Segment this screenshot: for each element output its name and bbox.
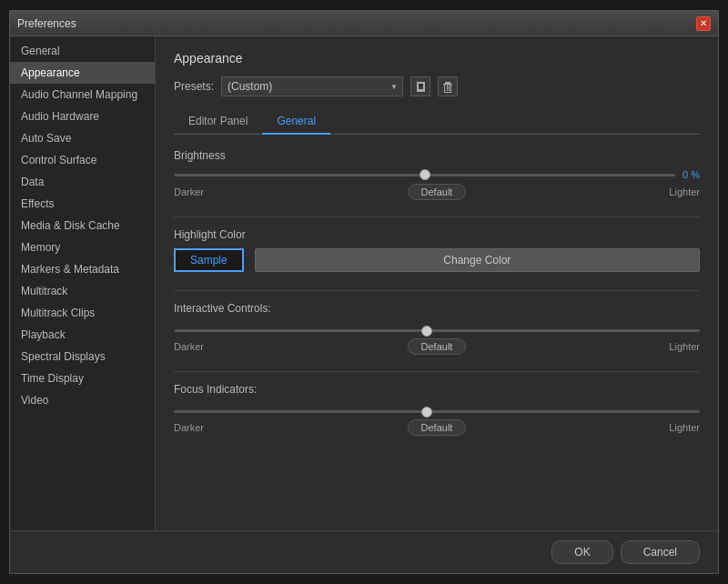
close-button[interactable]: ✕ — [696, 16, 711, 31]
presets-label: Presets: — [174, 80, 214, 93]
interactive-lighter-label: Lighter — [663, 341, 700, 352]
svg-rect-10 — [447, 85, 448, 91]
tab-general[interactable]: General — [262, 109, 330, 135]
focus-indicators-default-button[interactable]: Default — [408, 419, 467, 436]
svg-rect-11 — [449, 85, 450, 91]
sidebar-item-multitrack[interactable]: Multitrack — [10, 280, 155, 302]
sidebar-item-spectral-displays[interactable]: Spectral Displays — [10, 346, 155, 368]
focus-darker-label: Darker — [174, 422, 210, 433]
interactive-darker-label: Darker — [174, 341, 210, 352]
sidebar-item-effects[interactable]: Effects — [10, 193, 155, 215]
presets-select-wrapper: (Custom) — [221, 76, 403, 96]
brightness-slider-labels: Darker Default Lighter — [174, 184, 700, 200]
focus-indicators-slider[interactable] — [174, 410, 700, 413]
sidebar-item-time-display[interactable]: Time Display — [10, 368, 155, 389]
brightness-default-button[interactable]: Default — [408, 184, 467, 200]
svg-rect-8 — [450, 85, 451, 92]
svg-rect-1 — [417, 82, 419, 89]
svg-rect-9 — [444, 92, 451, 93]
svg-rect-7 — [444, 85, 445, 92]
presets-select[interactable]: (Custom) — [221, 76, 403, 96]
sample-button[interactable]: Sample — [174, 248, 244, 272]
svg-rect-5 — [443, 84, 452, 85]
preferences-dialog: Preferences ✕ General Appearance Audio C… — [9, 10, 719, 574]
sidebar-item-multitrack-clips[interactable]: Multitrack Clips — [10, 302, 155, 324]
divider-1 — [174, 216, 700, 217]
sidebar-item-control-surface[interactable]: Control Surface — [10, 149, 155, 171]
footer: OK Cancel — [10, 530, 718, 573]
sidebar-item-audio-channel-mapping[interactable]: Audio Channel Mapping — [10, 84, 155, 106]
tabs: Editor Panel General — [174, 109, 700, 135]
sidebar-item-general[interactable]: General — [10, 40, 155, 62]
brightness-slider[interactable] — [174, 174, 675, 176]
sidebar-item-audio-hardware[interactable]: Audio Hardware — [10, 106, 155, 127]
divider-2 — [174, 290, 700, 291]
brightness-lighter-label: Lighter — [663, 186, 700, 197]
delete-preset-button[interactable] — [438, 76, 458, 96]
sidebar-item-media-disk-cache[interactable]: Media & Disk Cache — [10, 215, 155, 237]
sidebar-item-video[interactable]: Video — [10, 389, 155, 411]
brightness-label: Brightness — [174, 149, 700, 162]
focus-lighter-label: Lighter — [663, 422, 700, 433]
sidebar-item-markers-metadata[interactable]: Markers & Metadata — [10, 258, 155, 280]
interactive-controls-label: Interactive Controls: — [174, 302, 700, 315]
sidebar-item-auto-save[interactable]: Auto Save — [10, 127, 155, 149]
main-panel: Appearance Presets: (Custom) — [156, 36, 718, 530]
save-preset-button[interactable] — [410, 76, 430, 96]
dialog-content: General Appearance Audio Channel Mapping… — [10, 36, 718, 530]
presets-row: Presets: (Custom) — [174, 76, 700, 96]
sidebar: General Appearance Audio Channel Mapping… — [10, 36, 156, 530]
svg-rect-3 — [417, 89, 425, 92]
svg-rect-6 — [445, 82, 450, 84]
sidebar-item-appearance[interactable]: Appearance — [10, 62, 155, 84]
svg-rect-2 — [423, 82, 425, 89]
sidebar-item-memory[interactable]: Memory — [10, 237, 155, 258]
interactive-controls-slider[interactable] — [174, 329, 700, 332]
change-color-button[interactable]: Change Color — [255, 248, 700, 272]
brightness-darker-label: Darker — [174, 186, 210, 197]
focus-indicators-slider-labels: Darker Default Lighter — [174, 419, 700, 436]
svg-rect-4 — [419, 84, 423, 86]
cancel-button[interactable]: Cancel — [621, 540, 700, 564]
brightness-value: 0 % — [682, 169, 700, 180]
dialog-title: Preferences — [17, 17, 76, 30]
highlight-color-label: Highlight Color — [174, 228, 700, 241]
sidebar-item-playback[interactable]: Playback — [10, 324, 155, 346]
interactive-controls-slider-labels: Darker Default Lighter — [174, 338, 700, 355]
divider-3 — [174, 371, 700, 372]
sidebar-item-data[interactable]: Data — [10, 171, 155, 193]
panel-title: Appearance — [174, 51, 700, 65]
ok-button[interactable]: OK — [551, 540, 612, 564]
title-bar: Preferences ✕ — [10, 11, 718, 36]
highlight-color-row: Sample Change Color — [174, 248, 700, 272]
interactive-controls-default-button[interactable]: Default — [408, 338, 467, 355]
focus-indicators-label: Focus Indicators: — [174, 383, 700, 396]
tab-editor-panel[interactable]: Editor Panel — [174, 109, 262, 135]
